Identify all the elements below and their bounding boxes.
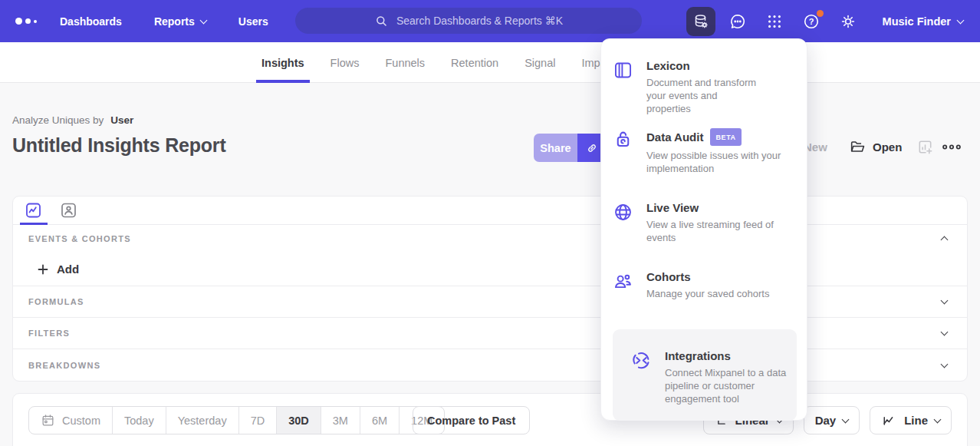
events-cohorts-label: EVENTS & COHORTS <box>28 234 131 243</box>
folder-open-icon <box>849 138 866 155</box>
open-label: Open <box>873 140 902 154</box>
section-events-cohorts[interactable]: EVENTS & COHORTS <box>13 225 967 253</box>
data-audit-icon <box>613 129 633 150</box>
nav-users[interactable]: Users <box>238 15 268 28</box>
search-icon <box>374 14 389 28</box>
nav-dashboards[interactable]: Dashboards <box>60 15 122 28</box>
apps-grid-icon <box>766 13 783 30</box>
feedback-bubble-icon <box>728 12 747 31</box>
nav-reports[interactable]: Reports <box>154 15 206 28</box>
granularity-label: Day <box>815 414 837 427</box>
cohorts-icon <box>613 271 633 292</box>
tab-insights[interactable]: Insights <box>261 42 304 83</box>
menu-item-live-view[interactable]: Live View View a live streaming feed of … <box>613 201 797 244</box>
tab-retention[interactable]: Retention <box>451 42 498 83</box>
section-formulas[interactable]: FORMULAS <box>13 286 967 318</box>
top-nav: Dashboards Reports Users Search Dashboar… <box>0 0 980 42</box>
lexicon-icon <box>613 60 633 81</box>
open-report-button[interactable]: Open <box>849 138 902 155</box>
notification-dot <box>817 10 824 17</box>
share-button[interactable]: Share <box>534 134 577 162</box>
compare-to-past-button[interactable]: Compare to Past <box>413 406 530 434</box>
plus-icon <box>38 264 48 275</box>
menu-item-title: Lexicon <box>646 59 763 73</box>
search-input[interactable]: Search Dashboards & Reports ⌘K <box>295 8 642 34</box>
apps-button[interactable] <box>760 7 789 36</box>
gear-icon <box>839 12 857 31</box>
menu-item-title: Data Audit BETA <box>646 128 794 146</box>
live-view-icon <box>613 202 633 223</box>
chevron-down-icon <box>941 360 949 368</box>
range-3m[interactable]: 3M <box>321 407 360 434</box>
menu-item-title: Integrations <box>665 349 789 363</box>
menu-item-desc: Document and transform your events and p… <box>646 76 763 115</box>
search-placeholder: Search Dashboards & Reports ⌘K <box>396 15 563 27</box>
calendar-icon <box>41 413 55 428</box>
report-tab-bar: Insights Flows Funnels Retention Signal … <box>0 42 980 83</box>
range-yesterday[interactable]: Yesterday <box>166 407 238 434</box>
link-icon <box>584 140 600 156</box>
help-button[interactable]: ? <box>797 7 826 36</box>
chevron-down-icon <box>842 415 850 423</box>
chevron-down-icon <box>941 329 949 336</box>
menu-item-desc: Connect Mixpanel to a data pipeline or c… <box>665 366 789 405</box>
range-custom[interactable]: Custom <box>29 407 112 434</box>
add-event-row: Add <box>13 253 967 286</box>
mixpanel-logo-icon[interactable] <box>15 18 37 25</box>
page-title[interactable]: Untitled Insights Report <box>12 134 226 157</box>
settings-button[interactable] <box>834 7 863 36</box>
section-breakdowns[interactable]: BREAKDOWNS <box>13 349 967 381</box>
share-split-button: Share <box>534 134 607 162</box>
breakdowns-label: BREAKDOWNS <box>28 361 100 370</box>
subtab-user-profiles[interactable] <box>59 201 78 220</box>
add-event-button[interactable]: Add <box>38 263 79 276</box>
chart-toolbar: Custom Today Yesterday 7D 30D 3M 6M 12M … <box>12 393 968 446</box>
query-builder-panel: EVENTS & COHORTS Add FORMULAS FILTERS BR… <box>12 196 968 382</box>
range-7d[interactable]: 7D <box>238 407 277 434</box>
menu-item-title: Cohorts <box>646 270 800 284</box>
menu-item-desc: View possible issues with your implement… <box>646 149 794 175</box>
menu-item-data-audit[interactable]: Data Audit BETA View possible issues wit… <box>613 128 797 175</box>
menu-item-desc: Manage your saved cohorts <box>646 287 800 300</box>
add-label: Add <box>57 263 79 276</box>
formulas-label: FORMULAS <box>28 297 84 306</box>
filters-label: FILTERS <box>28 329 70 338</box>
range-6m[interactable]: 6M <box>360 407 399 434</box>
subtab-events-chart[interactable] <box>24 201 43 220</box>
data-management-button[interactable] <box>686 7 715 36</box>
tab-flows[interactable]: Flows <box>331 42 360 83</box>
chart-type-label: Line <box>904 414 928 427</box>
menu-item-lexicon[interactable]: Lexicon Document and transform your even… <box>613 59 797 115</box>
context-label: Analyze Uniques by <box>12 114 104 126</box>
menu-item-integrations[interactable]: Integrations Connect Mixpanel to a data … <box>613 329 797 421</box>
more-options-button[interactable] <box>942 142 962 152</box>
line-chart-icon <box>881 413 897 428</box>
add-to-dashboard-button[interactable] <box>916 138 934 156</box>
active-subtab-underline <box>20 223 48 225</box>
board-add-icon <box>916 138 934 156</box>
user-card-tab-icon <box>59 201 78 220</box>
integrations-icon <box>631 350 652 371</box>
analysis-context: Analyze Uniques byUser <box>12 114 133 126</box>
menu-item-cohorts[interactable]: Cohorts Manage your saved cohorts <box>613 270 797 300</box>
range-today[interactable]: Today <box>112 407 166 434</box>
svg-text:?: ? <box>808 17 814 26</box>
chevron-down-icon <box>941 297 949 305</box>
granularity-dropdown[interactable]: Day <box>804 406 860 434</box>
context-value[interactable]: User <box>110 114 133 126</box>
menu-item-desc: View a live streaming feed of events <box>646 218 789 244</box>
builder-subtabs <box>13 197 967 225</box>
chart-type-dropdown[interactable]: Line <box>870 406 952 434</box>
range-30d[interactable]: 30D <box>276 407 321 434</box>
active-tab-underline <box>256 80 310 83</box>
menu-item-title: Live View <box>646 201 789 215</box>
section-filters[interactable]: FILTERS <box>13 318 967 349</box>
project-selector[interactable]: Music Finder <box>883 15 963 28</box>
feedback-button[interactable] <box>723 7 752 36</box>
chevron-down-icon <box>957 16 965 24</box>
tab-funnels[interactable]: Funnels <box>385 42 425 83</box>
data-management-menu: Lexicon Document and transform your even… <box>600 38 807 421</box>
chevron-down-icon <box>934 415 942 423</box>
tab-signal[interactable]: Signal <box>525 42 555 83</box>
chevron-up-icon <box>941 236 949 244</box>
